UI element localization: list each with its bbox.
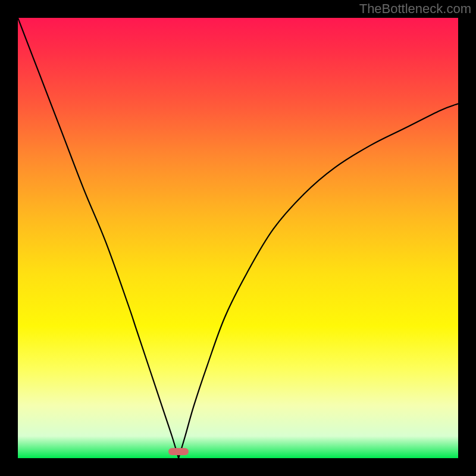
chart-container: TheBottleneck.com [0, 0, 476, 476]
curve-svg [18, 18, 458, 458]
curve-left-branch [18, 18, 178, 458]
watermark-text: TheBottleneck.com [359, 1, 471, 17]
plot-area [18, 18, 458, 458]
curve-right-branch [178, 104, 458, 458]
bottleneck-marker [168, 448, 189, 455]
